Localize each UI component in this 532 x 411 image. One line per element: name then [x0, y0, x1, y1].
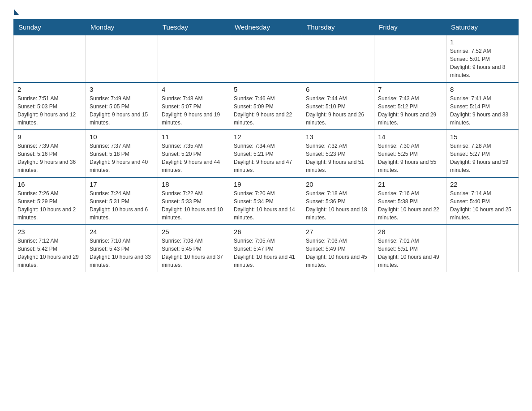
calendar-cell: 12Sunrise: 7:34 AMSunset: 5:21 PMDayligh… [230, 130, 302, 177]
calendar-cell [302, 35, 374, 82]
day-number: 19 [234, 180, 298, 188]
day-info: Sunrise: 7:44 AMSunset: 5:10 PMDaylight:… [306, 94, 370, 127]
calendar-cell: 27Sunrise: 7:03 AMSunset: 5:49 PMDayligh… [302, 225, 374, 272]
calendar-week-1: 1Sunrise: 7:52 AMSunset: 5:01 PMDaylight… [14, 35, 519, 82]
day-info: Sunrise: 7:51 AMSunset: 5:03 PMDaylight:… [17, 94, 82, 127]
day-number: 3 [90, 86, 154, 93]
day-number: 2 [17, 86, 82, 93]
day-info: Sunrise: 7:05 AMSunset: 5:47 PMDaylight:… [234, 237, 298, 269]
calendar-header-row: SundayMondayTuesdayWednesdayThursdayFrid… [14, 20, 519, 35]
weekday-header-thursday: Thursday [302, 20, 374, 35]
day-info: Sunrise: 7:49 AMSunset: 5:05 PMDaylight:… [90, 94, 154, 127]
day-number: 13 [306, 133, 370, 141]
day-info: Sunrise: 7:22 AMSunset: 5:33 PMDaylight:… [162, 189, 226, 222]
day-info: Sunrise: 7:16 AMSunset: 5:38 PMDaylight:… [378, 189, 442, 222]
day-number: 24 [90, 228, 154, 235]
calendar-cell: 2Sunrise: 7:51 AMSunset: 5:03 PMDaylight… [14, 82, 86, 130]
calendar-cell: 7Sunrise: 7:43 AMSunset: 5:12 PMDaylight… [374, 82, 446, 130]
calendar-cell: 14Sunrise: 7:30 AMSunset: 5:25 PMDayligh… [374, 130, 446, 177]
calendar-cell: 21Sunrise: 7:16 AMSunset: 5:38 PMDayligh… [374, 177, 446, 225]
logo [13, 9, 19, 15]
calendar-cell: 22Sunrise: 7:14 AMSunset: 5:40 PMDayligh… [446, 177, 519, 225]
day-number: 27 [306, 228, 370, 235]
day-number: 23 [17, 228, 82, 235]
calendar-cell: 24Sunrise: 7:10 AMSunset: 5:43 PMDayligh… [86, 225, 158, 272]
calendar-cell [374, 35, 446, 82]
calendar-cell: 19Sunrise: 7:20 AMSunset: 5:34 PMDayligh… [230, 177, 302, 225]
day-number: 10 [90, 133, 154, 141]
calendar-cell: 17Sunrise: 7:24 AMSunset: 5:31 PMDayligh… [86, 177, 158, 225]
day-info: Sunrise: 7:18 AMSunset: 5:36 PMDaylight:… [306, 189, 370, 222]
calendar-cell: 20Sunrise: 7:18 AMSunset: 5:36 PMDayligh… [302, 177, 374, 225]
weekday-header-wednesday: Wednesday [230, 20, 302, 35]
calendar-cell: 13Sunrise: 7:32 AMSunset: 5:23 PMDayligh… [302, 130, 374, 177]
calendar-week-2: 2Sunrise: 7:51 AMSunset: 5:03 PMDaylight… [14, 82, 519, 130]
day-info: Sunrise: 7:08 AMSunset: 5:45 PMDaylight:… [162, 237, 226, 269]
weekday-header-tuesday: Tuesday [158, 20, 230, 35]
calendar-cell: 26Sunrise: 7:05 AMSunset: 5:47 PMDayligh… [230, 225, 302, 272]
day-info: Sunrise: 7:01 AMSunset: 5:51 PMDaylight:… [378, 237, 442, 269]
day-info: Sunrise: 7:26 AMSunset: 5:29 PMDaylight:… [17, 189, 82, 222]
calendar-cell: 10Sunrise: 7:37 AMSunset: 5:18 PMDayligh… [86, 130, 158, 177]
page-header [13, 9, 519, 15]
calendar-cell: 1Sunrise: 7:52 AMSunset: 5:01 PMDaylight… [446, 35, 519, 82]
day-number: 12 [234, 133, 298, 141]
calendar-cell [158, 35, 230, 82]
day-number: 14 [378, 133, 442, 141]
day-number: 20 [306, 180, 370, 188]
calendar-cell: 6Sunrise: 7:44 AMSunset: 5:10 PMDaylight… [302, 82, 374, 130]
calendar-cell: 23Sunrise: 7:12 AMSunset: 5:42 PMDayligh… [14, 225, 86, 272]
day-number: 9 [17, 133, 82, 141]
day-info: Sunrise: 7:39 AMSunset: 5:16 PMDaylight:… [17, 142, 82, 174]
day-number: 1 [450, 38, 515, 46]
day-info: Sunrise: 7:46 AMSunset: 5:09 PMDaylight:… [234, 94, 298, 127]
weekday-header-friday: Friday [374, 20, 446, 35]
day-number: 17 [90, 180, 154, 188]
calendar-week-4: 16Sunrise: 7:26 AMSunset: 5:29 PMDayligh… [14, 177, 519, 225]
day-number: 15 [450, 133, 515, 141]
calendar-cell: 18Sunrise: 7:22 AMSunset: 5:33 PMDayligh… [158, 177, 230, 225]
day-number: 5 [234, 86, 298, 93]
day-info: Sunrise: 7:52 AMSunset: 5:01 PMDaylight:… [450, 47, 515, 79]
day-info: Sunrise: 7:28 AMSunset: 5:27 PMDaylight:… [450, 142, 515, 174]
day-info: Sunrise: 7:35 AMSunset: 5:20 PMDaylight:… [162, 142, 226, 174]
calendar-cell: 5Sunrise: 7:46 AMSunset: 5:09 PMDaylight… [230, 82, 302, 130]
day-number: 22 [450, 180, 515, 188]
day-number: 11 [162, 133, 226, 141]
day-info: Sunrise: 7:48 AMSunset: 5:07 PMDaylight:… [162, 94, 226, 127]
calendar-week-5: 23Sunrise: 7:12 AMSunset: 5:42 PMDayligh… [14, 225, 519, 272]
day-info: Sunrise: 7:43 AMSunset: 5:12 PMDaylight:… [378, 94, 442, 127]
day-info: Sunrise: 7:32 AMSunset: 5:23 PMDaylight:… [306, 142, 370, 174]
weekday-header-saturday: Saturday [446, 20, 519, 35]
day-number: 6 [306, 86, 370, 93]
day-info: Sunrise: 7:10 AMSunset: 5:43 PMDaylight:… [90, 237, 154, 269]
calendar-cell [14, 35, 86, 82]
day-info: Sunrise: 7:20 AMSunset: 5:34 PMDaylight:… [234, 189, 298, 222]
calendar-table: SundayMondayTuesdayWednesdayThursdayFrid… [13, 19, 519, 272]
day-info: Sunrise: 7:41 AMSunset: 5:14 PMDaylight:… [450, 94, 515, 127]
day-number: 26 [234, 228, 298, 235]
logo-chevron-icon [14, 9, 19, 15]
day-info: Sunrise: 7:34 AMSunset: 5:21 PMDaylight:… [234, 142, 298, 174]
day-info: Sunrise: 7:24 AMSunset: 5:31 PMDaylight:… [90, 189, 154, 222]
weekday-header-sunday: Sunday [14, 20, 86, 35]
day-number: 18 [162, 180, 226, 188]
weekday-header-monday: Monday [86, 20, 158, 35]
calendar-cell: 4Sunrise: 7:48 AMSunset: 5:07 PMDaylight… [158, 82, 230, 130]
day-number: 4 [162, 86, 226, 93]
calendar-cell [86, 35, 158, 82]
calendar-cell: 15Sunrise: 7:28 AMSunset: 5:27 PMDayligh… [446, 130, 519, 177]
calendar-cell: 9Sunrise: 7:39 AMSunset: 5:16 PMDaylight… [14, 130, 86, 177]
calendar-cell: 8Sunrise: 7:41 AMSunset: 5:14 PMDaylight… [446, 82, 519, 130]
day-info: Sunrise: 7:14 AMSunset: 5:40 PMDaylight:… [450, 189, 515, 222]
day-info: Sunrise: 7:03 AMSunset: 5:49 PMDaylight:… [306, 237, 370, 269]
day-info: Sunrise: 7:37 AMSunset: 5:18 PMDaylight:… [90, 142, 154, 174]
calendar-cell: 25Sunrise: 7:08 AMSunset: 5:45 PMDayligh… [158, 225, 230, 272]
calendar-cell [446, 225, 519, 272]
calendar-cell [230, 35, 302, 82]
day-number: 25 [162, 228, 226, 235]
day-number: 7 [378, 86, 442, 93]
day-number: 28 [378, 228, 442, 235]
day-number: 8 [450, 86, 515, 93]
day-info: Sunrise: 7:12 AMSunset: 5:42 PMDaylight:… [17, 237, 82, 269]
